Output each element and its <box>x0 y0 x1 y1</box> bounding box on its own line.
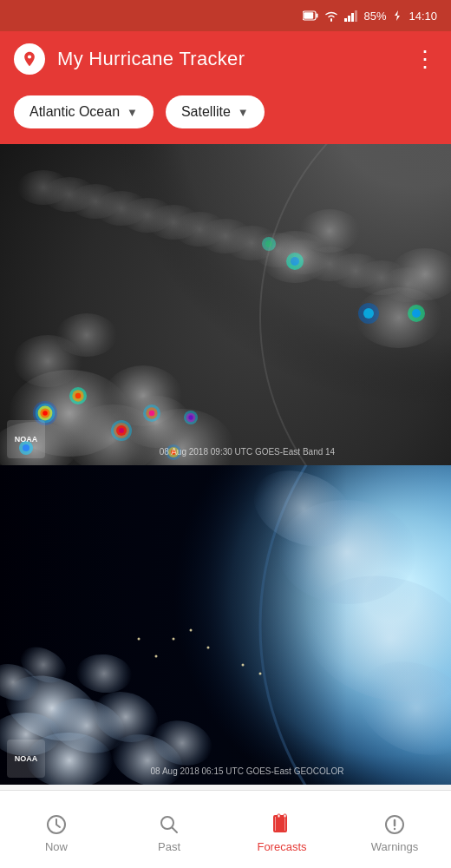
ocean-dropdown-arrow: ▼ <box>127 106 138 119</box>
battery-percent: 85% <box>363 10 386 23</box>
view-filter-label: Satellite <box>181 104 231 120</box>
view-dropdown-arrow: ▼ <box>238 106 249 119</box>
svg-point-16 <box>394 828 395 830</box>
nav-label-past: Past <box>158 840 180 853</box>
noaa-badge-2: NOAA <box>7 740 45 778</box>
view-filter-button[interactable]: Satellite ▼ <box>166 95 265 128</box>
status-bar: 85% 14:10 <box>0 0 451 31</box>
nav-item-warnings[interactable]: Warnings <box>338 806 451 853</box>
app-header: My Hurricane Tracker ⋮ <box>0 31 451 87</box>
app-title: My Hurricane Tracker <box>57 48 245 70</box>
satellite-image-nighttime: NOAA 08 Aug 2018 06:15 UTC GOES-East GEO… <box>0 465 451 785</box>
satellite-image-daytime: NOAA 08 Aug 2018 09:30 UTC GOES-East Ban… <box>0 144 451 465</box>
ocean-filter-button[interactable]: Atlantic Ocean ▼ <box>14 95 154 128</box>
header-left: My Hurricane Tracker <box>14 43 245 75</box>
svg-rect-14 <box>284 814 286 818</box>
location-icon <box>21 50 38 68</box>
signal-icon <box>344 10 358 22</box>
clock-icon <box>44 812 69 837</box>
image-caption-1: 08 Aug 2018 09:30 UTC GOES-East Band 14 <box>52 447 442 457</box>
warnings-icon <box>382 812 407 837</box>
nav-label-forecasts: Forecasts <box>257 840 306 853</box>
svg-rect-13 <box>278 814 280 818</box>
svg-rect-1 <box>317 14 318 18</box>
nav-item-past[interactable]: Past <box>113 806 226 853</box>
noaa-badge-1: NOAA <box>7 420 45 458</box>
svg-rect-3 <box>344 18 347 22</box>
svg-point-8 <box>28 55 31 58</box>
filter-bar: Atlantic Ocean ▼ Satellite ▼ <box>0 87 451 144</box>
ocean-filter-label: Atlantic Ocean <box>29 104 120 120</box>
satellite-images-area: NOAA 08 Aug 2018 09:30 UTC GOES-East Ban… <box>0 144 451 785</box>
charging-icon <box>391 10 403 22</box>
image-caption-2: 08 Aug 2018 06:15 UTC GOES-East GEOCOLOR <box>52 766 442 776</box>
battery-icon <box>303 10 318 21</box>
svg-rect-6 <box>355 10 357 22</box>
bottom-navigation: Now Past Forecasts <box>0 790 451 868</box>
svg-rect-12 <box>276 816 284 832</box>
svg-marker-7 <box>395 10 400 21</box>
search-icon <box>157 812 181 837</box>
svg-rect-5 <box>351 13 354 22</box>
time-display: 14:10 <box>409 10 437 23</box>
nav-item-forecasts[interactable]: Forecasts <box>226 806 338 853</box>
nav-item-now[interactable]: Now <box>0 806 113 853</box>
app-icon <box>14 43 45 75</box>
menu-button[interactable]: ⋮ <box>414 48 437 70</box>
wifi-icon <box>324 10 339 22</box>
forecasts-icon <box>270 812 294 837</box>
nav-label-warnings: Warnings <box>371 840 418 853</box>
svg-rect-2 <box>304 12 314 19</box>
nav-label-now: Now <box>45 840 68 853</box>
svg-rect-4 <box>348 16 350 22</box>
status-icons: 85% 14:10 <box>303 10 437 23</box>
